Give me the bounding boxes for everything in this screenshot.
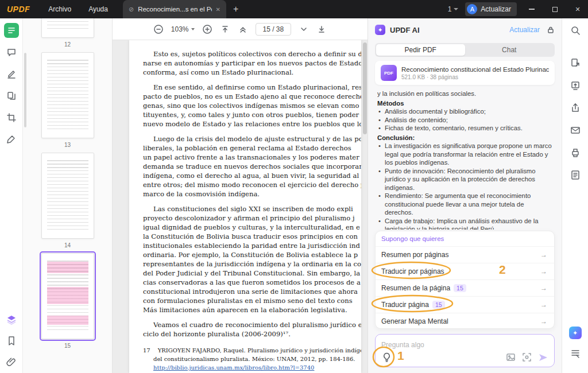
suggestion-label: Resumen de la página bbox=[381, 284, 450, 292]
tab-close-icon[interactable]: ✕ bbox=[216, 6, 220, 13]
ai-assistant-icon[interactable]: ✦ bbox=[569, 327, 582, 339]
ai-question-input[interactable] bbox=[381, 341, 548, 349]
doc-line: marco de la cosmovisión indígena. bbox=[143, 189, 361, 199]
suggestion-label: Traducir página bbox=[381, 301, 429, 309]
comment-tool-button[interactable] bbox=[4, 45, 19, 60]
message-bullet: Rendimiento: Se argumenta que el reconoc… bbox=[377, 192, 554, 217]
file-meta: 521.0 KB · 38 páginas bbox=[401, 74, 549, 80]
doc-line: narse en autonomías y participar en los … bbox=[143, 59, 361, 68]
document-tab[interactable]: ⊘ Reconocimien...s en el Perú ✕ bbox=[123, 0, 226, 18]
thumbnail-page-12[interactable]: 12 bbox=[41, 18, 94, 48]
document-scrollbar[interactable] bbox=[363, 42, 367, 134]
doc-line: entre otros; del mismo modo reconocen el… bbox=[143, 180, 361, 189]
pdf-page: Esto es, sujetos políticos colectivos co… bbox=[129, 40, 361, 373]
thumbnail-page-14[interactable]: 14 bbox=[41, 153, 94, 248]
arrow-right-icon: → bbox=[540, 251, 547, 259]
menu-archivo[interactable]: Archivo bbox=[48, 5, 71, 13]
ai-mode-tabs: Pedir PDF Chat bbox=[375, 43, 555, 57]
menu-ayuda[interactable]: Ayuda bbox=[88, 5, 108, 13]
page-badge: 15 bbox=[454, 284, 466, 292]
doc-line: Más limitaciones aún aparecen en la elab… bbox=[143, 305, 361, 314]
ai-input-box[interactable] bbox=[375, 334, 555, 367]
message-bullet: Carga de trabajo: Implica un análisis ex… bbox=[377, 217, 554, 230]
minimize-button[interactable] bbox=[524, 0, 540, 18]
thumbnail-label: 15 bbox=[64, 343, 71, 349]
sign-tool-button[interactable] bbox=[4, 132, 19, 147]
paragraph: Las constituciones del siglo XXI se insc… bbox=[143, 204, 361, 314]
user-count-dropdown[interactable]: 1 bbox=[448, 5, 459, 13]
message-bullet: Análisis de contenido; bbox=[377, 116, 554, 125]
message-heading: Conclusión: bbox=[377, 134, 554, 142]
close-button[interactable]: ✕ bbox=[570, 0, 586, 18]
suggestion-traducir-pagina[interactable]: Traducir página 15 → bbox=[376, 296, 554, 313]
doc-line: la Constitución de Bolivia busca traduci… bbox=[143, 232, 361, 241]
lightbulb-icon[interactable] bbox=[381, 352, 392, 363]
search-icon[interactable] bbox=[568, 23, 583, 38]
thumbnails-panel-button[interactable] bbox=[4, 23, 19, 38]
suggestion-resumen-por-paginas[interactable]: Resumen por páginas → bbox=[376, 246, 554, 263]
user-count-value: 1 bbox=[448, 5, 452, 13]
ai-message: y la inclusión en políticas sociales. Mé… bbox=[377, 90, 554, 230]
attachment-icon[interactable] bbox=[4, 355, 19, 370]
new-tab-button[interactable]: + bbox=[233, 4, 238, 14]
message-bullet: Análisis documental y bibliográfico; bbox=[377, 107, 554, 116]
right-tool-rail: ✦ bbox=[562, 18, 588, 373]
titlebar: UPDF Archivo Ayuda ⊘ Reconocimien...s en… bbox=[0, 0, 588, 18]
suggestion-traducir-por-paginas[interactable]: Traducir por páginas → bbox=[376, 263, 554, 279]
export-icon[interactable] bbox=[568, 78, 583, 93]
ai-update-link[interactable]: Actualizar bbox=[509, 26, 540, 34]
footnote-link[interactable]: http://biblio.juridicas.unam.mx/libros/l… bbox=[153, 364, 314, 371]
zoom-level-dropdown[interactable]: 103% bbox=[171, 25, 195, 33]
paragraph: Luego de la crisis del modelo de ajuste … bbox=[143, 134, 361, 199]
doc-line: ciclo del horizonte pluralista (2006-200… bbox=[143, 329, 361, 339]
update-label: Actualizar bbox=[481, 5, 511, 13]
zoom-in-button[interactable] bbox=[202, 24, 212, 34]
doc-line: Luego de la crisis del modelo de ajuste … bbox=[143, 134, 361, 143]
thumbnail-page-13[interactable]: 13 bbox=[41, 52, 94, 148]
image-icon[interactable] bbox=[506, 352, 516, 362]
doc-line: un papel activo frente a las transnacion… bbox=[143, 153, 361, 162]
share-icon[interactable] bbox=[568, 100, 583, 115]
scroll-to-bottom-button[interactable] bbox=[316, 24, 327, 34]
footnote-number: 17 bbox=[143, 347, 150, 353]
send-icon[interactable] bbox=[538, 352, 548, 363]
layers-icon[interactable] bbox=[4, 312, 19, 327]
next-page-button[interactable] bbox=[299, 24, 309, 34]
update-account-button[interactable]: A Actualizar bbox=[465, 2, 517, 16]
scroll-to-top-button[interactable] bbox=[220, 24, 230, 34]
page-indicator[interactable]: 15 / 38 bbox=[256, 23, 292, 36]
maximize-button[interactable] bbox=[547, 0, 563, 18]
doc-line: institucionales estableciendo la paridad… bbox=[143, 241, 361, 250]
thumbnail-page-15[interactable]: 15 bbox=[41, 253, 94, 349]
reader-mode-icon[interactable] bbox=[568, 346, 583, 361]
print-icon[interactable] bbox=[568, 145, 583, 160]
doc-line: representantes de la jurisdicción indíge… bbox=[143, 259, 361, 269]
suggestion-generar-mapa-mental[interactable]: Generar Mapa Mental → bbox=[376, 313, 554, 329]
paragraph: Veamos el cuadro de reconocimiento del p… bbox=[143, 320, 361, 339]
edit-tool-button[interactable] bbox=[4, 67, 19, 81]
file-card[interactable]: PDF Reconocimiento constitucional del Es… bbox=[375, 61, 555, 85]
suggestion-resumen-de-la-pagina[interactable]: Resumen de la página 15 → bbox=[376, 279, 554, 296]
bookmark-icon[interactable] bbox=[4, 333, 19, 348]
viewer-toolbar: 103% 15 / 38 bbox=[113, 18, 368, 40]
doc-line: liberales, la población en general recla… bbox=[143, 143, 361, 153]
form-icon[interactable] bbox=[568, 168, 583, 182]
screenshot-icon[interactable] bbox=[522, 352, 532, 362]
thumbnails-scrollbar[interactable] bbox=[24, 53, 26, 127]
app-logo: UPDF bbox=[7, 5, 30, 14]
suggestions-header: Supongo que quieres bbox=[376, 231, 554, 246]
tab-pedir-pdf[interactable]: Pedir PDF bbox=[376, 44, 465, 56]
lock-icon bbox=[547, 26, 555, 34]
crop-tool-button[interactable] bbox=[4, 110, 19, 125]
zoom-value: 103% bbox=[171, 25, 189, 33]
doc-line: del Poder Judicial y del Tribunal Consti… bbox=[143, 269, 361, 278]
maximize-icon bbox=[552, 7, 558, 12]
tab-chat[interactable]: Chat bbox=[465, 44, 554, 56]
organize-pages-button[interactable] bbox=[4, 88, 19, 103]
paragraph: Esto es, sujetos políticos colectivos co… bbox=[143, 49, 361, 77]
convert-doc-icon[interactable] bbox=[568, 56, 583, 71]
file-name: Reconocimiento constitucional del Estado… bbox=[401, 66, 549, 73]
zoom-out-button[interactable] bbox=[153, 24, 164, 34]
previous-page-button[interactable] bbox=[238, 24, 248, 34]
mail-icon[interactable] bbox=[568, 123, 583, 138]
